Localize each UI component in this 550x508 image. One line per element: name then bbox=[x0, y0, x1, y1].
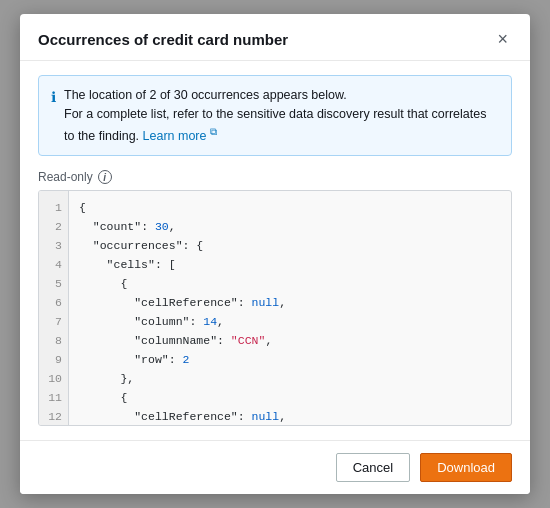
code-line: "cellReference": null, bbox=[79, 294, 501, 313]
external-link-icon: ⧉ bbox=[210, 126, 217, 137]
code-line: "columnName": "CCN", bbox=[79, 332, 501, 351]
code-container: 1234567891011121314151617181920 { "count… bbox=[38, 190, 512, 426]
learn-more-text: Learn more bbox=[143, 129, 207, 143]
info-icon: ℹ bbox=[51, 87, 56, 145]
modal-title: Occurrences of credit card number bbox=[38, 31, 288, 48]
code-line: }, bbox=[79, 370, 501, 389]
line-number: 9 bbox=[39, 351, 68, 370]
modal-dialog: Occurrences of credit card number × ℹ Th… bbox=[20, 14, 530, 494]
line-number: 2 bbox=[39, 218, 68, 237]
line-number: 12 bbox=[39, 408, 68, 425]
line-number: 4 bbox=[39, 256, 68, 275]
code-line: { bbox=[79, 199, 501, 218]
info-line2: For a complete list, refer to the sensit… bbox=[64, 107, 486, 143]
code-line: "row": 2 bbox=[79, 351, 501, 370]
info-line1: The location of 2 of 30 occurrences appe… bbox=[64, 88, 347, 102]
code-line: "cells": [ bbox=[79, 256, 501, 275]
code-line: "cellReference": null, bbox=[79, 408, 501, 425]
learn-more-link[interactable]: Learn more ⧉ bbox=[143, 129, 217, 143]
close-button[interactable]: × bbox=[493, 28, 512, 50]
code-line: { bbox=[79, 275, 501, 294]
code-line: "count": 30, bbox=[79, 218, 501, 237]
line-number: 10 bbox=[39, 370, 68, 389]
cancel-button[interactable]: Cancel bbox=[336, 453, 410, 482]
modal-footer: Cancel Download bbox=[20, 440, 530, 494]
line-number: 11 bbox=[39, 389, 68, 408]
line-numbers: 1234567891011121314151617181920 bbox=[39, 191, 69, 425]
line-number: 7 bbox=[39, 313, 68, 332]
readonly-text: Read-only bbox=[38, 170, 93, 184]
readonly-info-icon[interactable]: i bbox=[98, 170, 112, 184]
line-number: 8 bbox=[39, 332, 68, 351]
code-line: { bbox=[79, 389, 501, 408]
line-number: 5 bbox=[39, 275, 68, 294]
line-number: 1 bbox=[39, 199, 68, 218]
code-content[interactable]: { "count": 30, "occurrences": { "cells":… bbox=[69, 191, 511, 425]
line-number: 3 bbox=[39, 237, 68, 256]
info-banner: ℹ The location of 2 of 30 occurrences ap… bbox=[38, 75, 512, 156]
code-line: "occurrences": { bbox=[79, 237, 501, 256]
code-line: "column": 14, bbox=[79, 313, 501, 332]
modal-header: Occurrences of credit card number × bbox=[20, 14, 530, 61]
readonly-label: Read-only i bbox=[38, 170, 512, 184]
info-text: The location of 2 of 30 occurrences appe… bbox=[64, 86, 499, 145]
modal-body: ℹ The location of 2 of 30 occurrences ap… bbox=[20, 61, 530, 440]
line-number: 6 bbox=[39, 294, 68, 313]
download-button[interactable]: Download bbox=[420, 453, 512, 482]
